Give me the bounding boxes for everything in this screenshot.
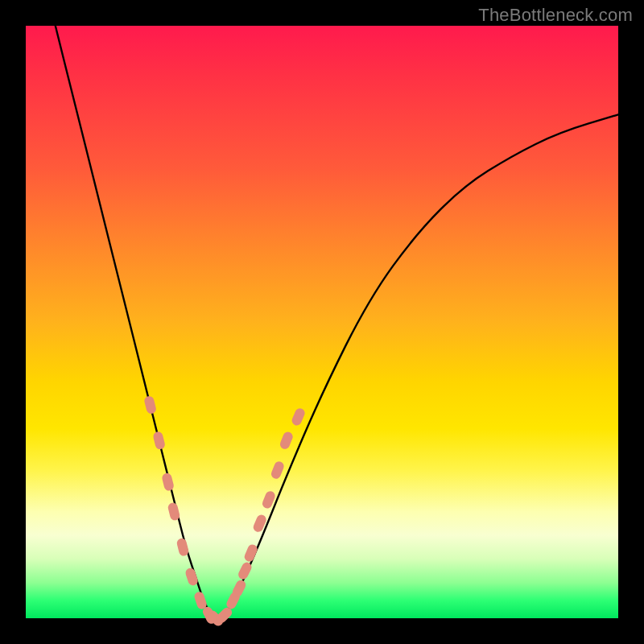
curve-marker [161, 473, 175, 492]
curve-marker [152, 431, 166, 450]
watermark-text: TheBottleneck.com [478, 5, 633, 26]
curve-marker [270, 460, 285, 481]
curve-marker [291, 407, 307, 427]
curve-marker [279, 431, 294, 451]
curve-marker [176, 538, 190, 557]
bottleneck-curve [56, 26, 618, 618]
curve-marker [243, 543, 259, 564]
curve-marker [143, 395, 157, 415]
chart-frame: TheBottleneck.com [0, 0, 644, 644]
curve-markers [143, 395, 306, 628]
curve-marker [167, 502, 181, 521]
curve-marker [184, 567, 199, 587]
curve-layer [26, 26, 618, 618]
plot-area [26, 26, 618, 618]
